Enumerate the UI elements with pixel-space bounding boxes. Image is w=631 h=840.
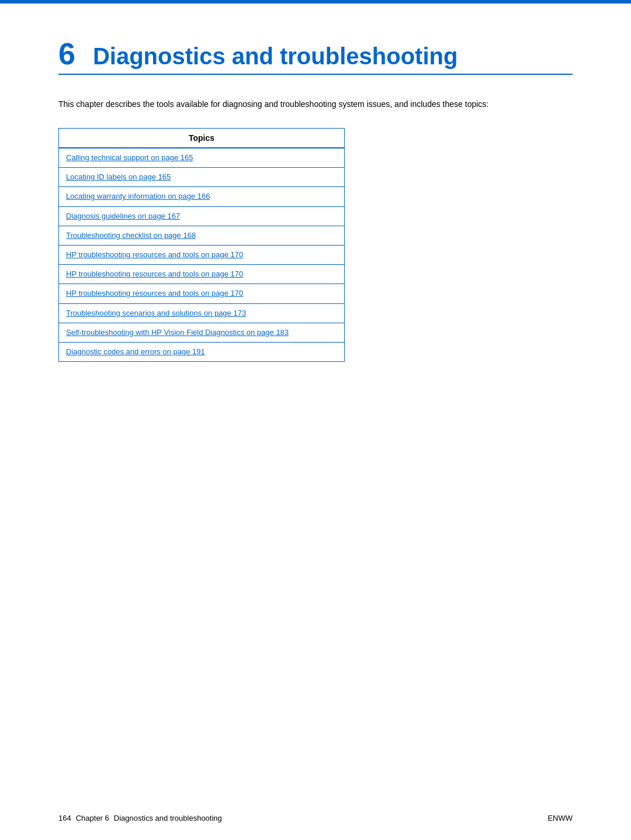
topics-header: Topics [59, 129, 345, 148]
table-row: Locating warranty information on page 16… [59, 187, 345, 206]
topics-link-3[interactable]: Diagnosis guidelines on page 167 [59, 207, 344, 226]
table-row: Troubleshooting checklist on page 168 [59, 226, 345, 245]
table-row: HP troubleshooting resources and tools o… [59, 265, 345, 284]
footer-chapter-title: Diagnostics and troubleshooting [114, 814, 222, 822]
page-footer: 164 Chapter 6 Diagnostics and troublesho… [0, 814, 631, 822]
topics-link-0[interactable]: Calling technical support on page 165 [59, 148, 344, 167]
footer-left: 164 Chapter 6 Diagnostics and troublesho… [58, 814, 222, 822]
table-row: Self-troubleshooting with HP Vision Fiel… [59, 323, 345, 342]
table-row: Diagnosis guidelines on page 167 [59, 206, 345, 226]
table-row: HP troubleshooting resources and tools o… [59, 284, 345, 303]
topics-link-7[interactable]: HP troubleshooting resources and tools o… [59, 284, 344, 303]
table-row: Locating ID labels on page 165 [59, 168, 345, 187]
top-border [0, 0, 631, 4]
chapter-title: Diagnostics and troubleshooting [93, 43, 457, 69]
chapter-intro: This chapter describes the tools availab… [58, 98, 538, 110]
chapter-header: 6 Diagnostics and troubleshooting [58, 39, 573, 75]
topics-table: Topics Calling technical support on page… [58, 128, 345, 362]
topics-link-8[interactable]: Troubleshooting scenarios and solutions … [59, 304, 344, 323]
topics-link-4[interactable]: Troubleshooting checklist on page 168 [59, 226, 344, 245]
table-row: Troubleshooting scenarios and solutions … [59, 303, 345, 323]
footer-enww: ENWW [547, 814, 573, 822]
topics-link-10[interactable]: Diagnostic codes and errors on page 191 [59, 343, 344, 361]
footer-chapter-label: Chapter 6 [76, 814, 109, 822]
footer-right: ENWW [547, 814, 573, 822]
table-row: HP troubleshooting resources and tools o… [59, 245, 345, 264]
table-row: Calling technical support on page 165 [59, 148, 345, 168]
topics-link-6[interactable]: HP troubleshooting resources and tools o… [59, 265, 344, 284]
topics-link-5[interactable]: HP troubleshooting resources and tools o… [59, 246, 344, 264]
footer-page-number: 164 [58, 814, 71, 822]
chapter-number: 6 [58, 39, 75, 69]
topics-link-2[interactable]: Locating warranty information on page 16… [59, 187, 344, 206]
topics-link-1[interactable]: Locating ID labels on page 165 [59, 168, 344, 186]
topics-link-9[interactable]: Self-troubleshooting with HP Vision Fiel… [59, 323, 344, 342]
table-row: Diagnostic codes and errors on page 191 [59, 342, 345, 361]
